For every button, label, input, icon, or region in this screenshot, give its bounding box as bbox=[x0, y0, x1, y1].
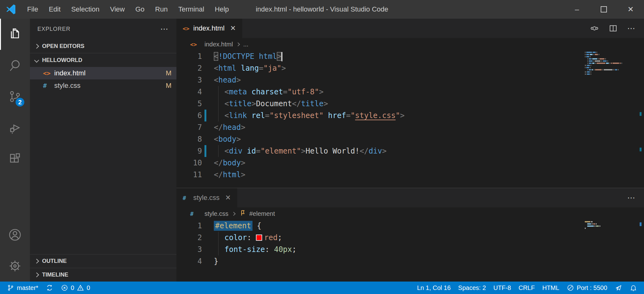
code-token: > bbox=[241, 123, 245, 132]
code-token: 40px bbox=[274, 245, 292, 254]
breadcrumb-file[interactable]: style.css bbox=[204, 210, 228, 217]
tab-index-html[interactable]: <> index.html ✕ bbox=[176, 19, 242, 38]
code-token bbox=[254, 52, 259, 61]
tab-style-css[interactable]: # style.css ✕ bbox=[176, 188, 237, 207]
line-number: 5 bbox=[176, 98, 202, 110]
explorer-more-actions-button[interactable]: ⋯ bbox=[160, 24, 169, 34]
run-debug-activity-button[interactable] bbox=[0, 112, 30, 143]
code-line[interactable]: 3font-size: 40px; bbox=[176, 244, 644, 255]
accounts-activity-button[interactable] bbox=[0, 219, 30, 250]
code-token: div bbox=[368, 147, 382, 155]
color-swatch[interactable] bbox=[256, 235, 262, 241]
code-line[interactable]: 1#element { bbox=[176, 220, 644, 232]
code-line[interactable]: 9<div id="element">Hello World!</div> bbox=[176, 145, 644, 157]
source-control-activity-button[interactable]: 2 bbox=[0, 81, 30, 112]
settings-activity-button[interactable] bbox=[0, 250, 30, 282]
sync-button[interactable] bbox=[42, 284, 57, 292]
close-button[interactable]: ✕ bbox=[617, 0, 644, 19]
code-token: lang bbox=[241, 64, 259, 73]
menu-item-run[interactable]: Run bbox=[150, 0, 173, 19]
gear-icon bbox=[8, 259, 22, 273]
code-editor-html[interactable]: 1<!DOCTYPE html>2<html lang="ja">3<head>… bbox=[176, 50, 644, 188]
timeline-section[interactable]: TIMELINE bbox=[30, 268, 176, 282]
problems-status[interactable]: 0 0 bbox=[57, 284, 94, 292]
eol-status[interactable]: CRLF bbox=[515, 284, 538, 292]
code-token: > bbox=[241, 159, 245, 167]
code-line[interactable]: 5<title>Document</title> bbox=[176, 98, 644, 110]
code-token: > bbox=[236, 135, 241, 144]
breadcrumb-file[interactable]: index.html bbox=[204, 41, 233, 48]
git-branch-status[interactable]: master* bbox=[3, 284, 42, 292]
code-line[interactable]: 7</head> bbox=[176, 121, 644, 133]
menu-item-file[interactable]: File bbox=[22, 0, 43, 19]
menu-item-selection[interactable]: Selection bbox=[66, 0, 105, 19]
live-server-port-status[interactable]: Port : 5500 bbox=[563, 284, 611, 292]
breadcrumbs[interactable]: <> index.html ... bbox=[176, 38, 644, 50]
code-token: > bbox=[382, 147, 387, 155]
code-line[interactable]: 11</html> bbox=[176, 169, 644, 181]
indentation-status[interactable]: Spaces: 2 bbox=[454, 284, 490, 292]
code-line[interactable]: 2<html lang="ja"> bbox=[176, 62, 644, 74]
menu-item-go[interactable]: Go bbox=[130, 0, 150, 19]
html-file-icon: <> bbox=[183, 25, 193, 32]
minimize-button[interactable]: – bbox=[564, 0, 590, 19]
code-token: > bbox=[277, 52, 281, 61]
html-file-icon: <> bbox=[190, 41, 201, 48]
menu-item-view[interactable]: View bbox=[105, 0, 130, 19]
folder-section[interactable]: HELLOWORLD bbox=[30, 53, 176, 67]
open-editors-section[interactable]: OPEN EDITORS bbox=[30, 39, 176, 53]
explorer-activity-button[interactable] bbox=[0, 19, 30, 50]
sidebar-title: EXPLORER bbox=[37, 26, 70, 32]
code-line[interactable]: 3<head> bbox=[176, 74, 644, 86]
feedback-button[interactable] bbox=[611, 284, 626, 292]
code-line[interactable]: 10</body> bbox=[176, 157, 644, 169]
minimap[interactable] bbox=[585, 52, 626, 76]
menu-item-terminal[interactable]: Terminal bbox=[173, 0, 209, 19]
overview-ruler[interactable] bbox=[639, 50, 644, 188]
breadcrumbs[interactable]: # style.css #element bbox=[176, 207, 644, 220]
file-row-index-html[interactable]: <>index.htmlM bbox=[30, 67, 176, 79]
menu-item-edit[interactable]: Edit bbox=[43, 0, 66, 19]
outline-section[interactable]: OUTLINE bbox=[30, 254, 176, 268]
code-line[interactable]: 4} bbox=[176, 255, 644, 267]
notifications-button[interactable] bbox=[626, 284, 641, 292]
breadcrumb-symbol[interactable]: ... bbox=[243, 41, 248, 48]
encoding-status[interactable]: UTF-8 bbox=[490, 284, 515, 292]
minimap[interactable] bbox=[585, 221, 626, 230]
activity-bar: 2 bbox=[0, 19, 30, 282]
line-number: 1 bbox=[176, 220, 202, 232]
maximize-button[interactable] bbox=[590, 0, 617, 19]
maximize-icon bbox=[601, 6, 607, 12]
extensions-icon bbox=[8, 152, 22, 166]
tab-label: index.html bbox=[193, 24, 224, 32]
more-actions-icon[interactable]: ⋯ bbox=[627, 193, 636, 203]
more-actions-icon[interactable]: ⋯ bbox=[627, 24, 636, 33]
code-editor-css[interactable]: 1#element {2color: red;3font-size: 40px;… bbox=[176, 220, 644, 282]
file-row-style-css[interactable]: #style.cssM bbox=[30, 79, 176, 92]
extensions-activity-button[interactable] bbox=[0, 143, 30, 174]
selection-ruler-mark bbox=[640, 222, 642, 226]
close-tab-icon[interactable]: ✕ bbox=[225, 194, 231, 202]
close-tab-icon[interactable]: ✕ bbox=[230, 24, 236, 32]
menu-item-help[interactable]: Help bbox=[209, 0, 234, 19]
code-line[interactable]: 2color: red; bbox=[176, 232, 644, 244]
code-line[interactable]: 1<!DOCTYPE html> bbox=[176, 50, 644, 62]
breadcrumb-symbol[interactable]: #element bbox=[249, 210, 275, 217]
code-token: !DOCTYPE bbox=[218, 52, 254, 61]
search-activity-button[interactable] bbox=[0, 50, 30, 81]
code-line[interactable]: 4<meta charset="utf-8"> bbox=[176, 86, 644, 98]
line-number: 2 bbox=[176, 232, 202, 244]
code-line[interactable]: 8<body> bbox=[176, 133, 644, 145]
code-token: = bbox=[346, 111, 350, 120]
code-token: title bbox=[301, 99, 324, 108]
split-editor-icon[interactable] bbox=[608, 24, 618, 33]
gutter bbox=[204, 50, 206, 62]
overview-ruler[interactable] bbox=[639, 220, 644, 282]
code-token: < bbox=[214, 52, 218, 61]
language-mode-status[interactable]: HTML bbox=[539, 284, 563, 292]
minimap-line bbox=[585, 58, 626, 60]
gutter bbox=[204, 121, 206, 133]
cursor-position-status[interactable]: Ln 1, Col 16 bbox=[413, 284, 454, 292]
code-line[interactable]: 6<link rel="stylesheet" href="style.css"… bbox=[176, 110, 644, 121]
open-changes-icon[interactable] bbox=[590, 24, 599, 33]
